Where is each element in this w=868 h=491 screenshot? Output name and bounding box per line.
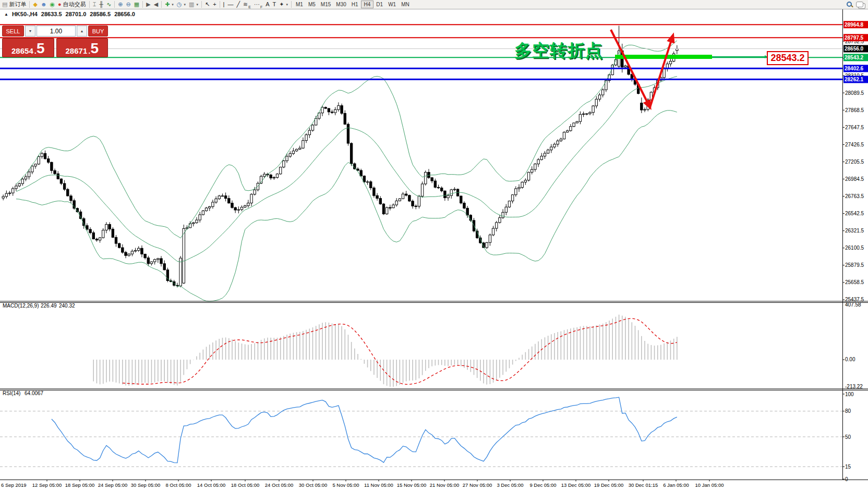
arrows-button[interactable]: ✦▾ [278,1,290,9]
line-chart-button[interactable]: ∿ [105,1,113,9]
bar-chart-icon: ⌶ [93,2,97,7]
price-tick-label: 28089.5 [845,90,864,96]
trendline-icon: ╱ [236,2,240,7]
add-indicator-button[interactable]: ✚▾ [163,1,175,9]
buy-button[interactable]: BUY [88,26,108,36]
date-label: 18 Oct 05:00 [231,482,259,488]
date-label: 14 Oct 05:00 [197,482,225,488]
autotrading-button-label: 自动交易 [63,1,86,8]
rsi-line [52,397,677,463]
bar-chart-button[interactable]: ⌶ [91,1,98,9]
rsi-axis-label: 100 [845,391,854,397]
timeframe-m15[interactable]: M15 [318,1,333,8]
candlestick-chart-button[interactable]: ╫ [98,1,105,9]
fibonacci-button[interactable]: ⋯F [252,1,264,9]
community-icon: ☻ [41,2,47,7]
timeframe-m1[interactable]: M1 [293,1,306,8]
price-callout-label[interactable]: 28543.2 [767,51,809,65]
chat-button[interactable] [854,1,868,9]
auto-scroll-button[interactable]: ▶ [144,1,152,9]
cursor-button[interactable]: ↖ [203,1,211,9]
date-label: 30 Dec 01:15 [629,482,658,488]
timeframe-m30[interactable]: M30 [333,1,348,8]
symbol-search-button[interactable] [845,1,854,9]
timeframe-m5[interactable]: M5 [306,1,318,8]
timeframe-w1[interactable]: W1 [385,1,399,8]
rsi-axis-label: 50 [845,434,851,440]
crosshair-icon: + [213,2,216,7]
price-tick-label: 27205.5 [845,159,864,165]
price-tick-label: 27426.5 [845,142,864,148]
date-label: 3 Dec 05:00 [497,482,523,488]
chevron-down-icon: ▾ [184,3,186,7]
sell-price-button[interactable]: 28654.5 [2,38,54,57]
date-label: 27 Nov 05:00 [463,482,492,488]
community-button[interactable]: ☻ [39,1,49,9]
date-label: 6 Jan 05:00 [663,482,689,488]
zoom-in-icon: ⊕ [118,2,123,7]
sell-price-pips: 5 [37,42,45,55]
buy-price-button[interactable]: 28671.5 [56,38,108,57]
text-icon: A [266,2,269,7]
text-button[interactable]: A [264,1,271,9]
autotrading-icon: ● [58,2,62,7]
macd-value-2: 240.32 [59,303,75,309]
add-indicator-icon: ✚ [165,2,170,7]
label-button[interactable]: T [271,1,278,9]
chevron-down-icon: ▾ [196,3,198,7]
equidistant-channel-icon: ≋ [243,2,248,7]
turning-point-annotation[interactable]: 多空转折点 [514,39,603,63]
arrows-icon: ✦ [279,2,284,7]
timeframe-h1[interactable]: H1 [349,1,361,8]
buy-price-pips: 5 [90,42,99,55]
volume-increase-button[interactable]: ▲ [77,26,87,36]
signals-button[interactable]: ◉ [48,1,56,9]
date-label: 11 Nov 05:00 [364,482,393,488]
trendline-button[interactable]: ╱ [235,1,242,9]
horizontal-line-button[interactable]: — [226,1,235,9]
chart-info-line: ▲ HK50-,H4 28633.5 28701.0 28586.5 28656… [4,11,135,17]
zoom-out-button[interactable]: ⊖ [125,1,132,9]
volume-input[interactable]: 1.00 [37,26,76,36]
template-button[interactable]: ▥▾ [187,1,200,9]
new-order-button[interactable]: ▤新订单 [1,1,28,9]
label-icon: T [273,2,276,7]
tile-windows-button[interactable]: ▦ [132,1,141,9]
rsi-value: 64.0067 [25,390,44,396]
timeframe-mn[interactable]: MN [399,1,412,8]
date-label: 19 Dec 05:00 [594,482,624,488]
price-tick-label: 27647.5 [845,125,864,130]
macd-label: MACD(12,26,9) [3,303,39,309]
volume-decrease-button[interactable]: ▼ [25,26,35,36]
crosshair-button[interactable]: + [211,1,218,9]
chart-shift-button[interactable]: ◀ [152,1,160,9]
zoom-in-button[interactable]: ⊕ [116,1,124,9]
timeframe-h4[interactable]: H4 [361,1,374,8]
market-watch-button[interactable]: ◆ [31,1,39,9]
period-selector-button[interactable]: ◷▾ [175,1,187,9]
collapse-one-click-icon[interactable]: ▲ [4,12,8,17]
macd-axis-bottom: -213.22 [845,384,863,389]
template-icon: ▥ [189,2,194,7]
ohlc-high: 28701.0 [66,11,87,17]
chart-symbol-period: HK50-,H4 [12,11,38,17]
equidistant-channel-button[interactable]: ≋E [242,1,252,9]
hline-price-badge: 28262.1 [845,77,864,82]
horizontal-lines[interactable] [0,24,842,79]
ohlc-open: 28633.5 [41,11,62,17]
sell-button[interactable]: SELL [2,26,24,36]
current-price-badge: 28656.0 [845,46,864,52]
date-label: 9 Dec 05:00 [529,482,556,488]
signals-icon: ◉ [50,2,55,7]
autotrading-button[interactable]: ●自动交易 [56,1,88,9]
macd-value-1: 226.49 [41,303,57,309]
date-label: 12 Sep 05:00 [32,482,62,488]
timeframe-d1[interactable]: D1 [373,1,385,8]
chevron-down-icon: ▾ [286,3,288,7]
buy-price-main: 28671 [66,46,88,55]
rsi-axis-label: 15 [845,464,851,470]
vertical-line-button[interactable]: | [222,1,226,9]
support-zone[interactable] [615,55,768,59]
macd-axis-top: 407.58 [845,302,861,308]
tile-windows-icon: ▦ [134,2,139,7]
